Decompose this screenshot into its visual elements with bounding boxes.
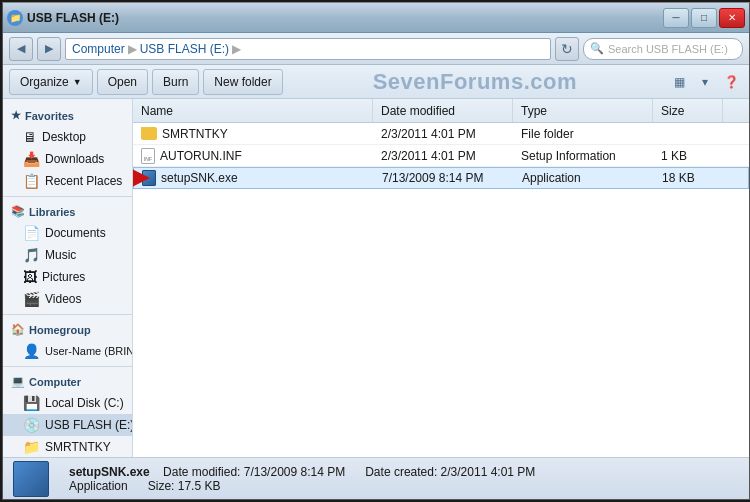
title-bar-controls: ─ □ ✕ [663, 8, 745, 28]
status-date-modified-label: Date modified: [163, 465, 240, 479]
sidebar-header-libraries: 📚 Libraries [3, 201, 132, 222]
col-type-label: Type [521, 104, 547, 118]
breadcrumb-drive[interactable]: USB FLASH (E:) [140, 42, 229, 56]
file-type-setupsnk: Application [514, 171, 654, 185]
sidebar-item-downloads[interactable]: 📥 Downloads [3, 148, 132, 170]
divider-2 [3, 314, 132, 315]
col-date-label: Date modified [381, 104, 455, 118]
col-header-size[interactable]: Size [653, 99, 723, 122]
sidebar-item-pictures[interactable]: 🖼 Pictures [3, 266, 132, 288]
desktop-icon: 🖥 [23, 129, 37, 145]
search-placeholder: Search USB FLASH (E:) [608, 43, 728, 55]
search-icon: 🔍 [590, 42, 604, 55]
file-date-smrtntky: 2/3/2011 4:01 PM [373, 127, 513, 141]
local-disk-label: Local Disk (C:) [45, 396, 124, 410]
status-file-icon [13, 461, 49, 497]
title-bar: 📁 USB FLASH (E:) ─ □ ✕ [3, 3, 749, 33]
address-box[interactable]: Computer ▶ USB FLASH (E:) ▶ [65, 38, 551, 60]
file-type-autorun: Setup Information [513, 149, 653, 163]
sidebar-section-homegroup: 🏠 Homegroup 👤 User-Name (BRINK- [3, 319, 132, 362]
view-dropdown-button[interactable]: ▾ [693, 70, 717, 94]
status-text: setupSNK.exe Date modified: 7/13/2009 8:… [69, 465, 535, 493]
videos-label: Videos [45, 292, 81, 306]
refresh-button[interactable]: ↻ [555, 37, 579, 61]
user-icon: 👤 [23, 343, 40, 359]
file-row-smrtntky[interactable]: SMRTNTKY 2/3/2011 4:01 PM File folder [133, 123, 749, 145]
divider-3 [3, 366, 132, 367]
status-size-label: Size: [148, 479, 175, 493]
column-headers: Name Date modified Type Size [133, 99, 749, 123]
maximize-button[interactable]: □ [691, 8, 717, 28]
open-button[interactable]: Open [97, 69, 148, 95]
local-disk-icon: 💾 [23, 395, 40, 411]
sidebar: ★ Favorites 🖥 Desktop 📥 Downloads 📋 Rece… [3, 99, 133, 457]
sidebar-item-videos[interactable]: 🎬 Videos [3, 288, 132, 310]
status-filename: setupSNK.exe [69, 465, 150, 479]
music-icon: 🎵 [23, 247, 40, 263]
downloads-label: Downloads [45, 152, 104, 166]
sidebar-item-desktop[interactable]: 🖥 Desktop [3, 126, 132, 148]
file-row-setupsnk[interactable]: setupSNK.exe 7/13/2009 8:14 PM Applicati… [133, 167, 749, 189]
window: 📁 USB FLASH (E:) ─ □ ✕ ◀ ▶ Computer ▶ US… [2, 2, 750, 500]
status-date-created-label: Date created: [365, 465, 437, 479]
sidebar-header-computer: 💻 Computer [3, 371, 132, 392]
view-mode-button[interactable]: ▦ [667, 70, 691, 94]
sidebar-item-music[interactable]: 🎵 Music [3, 244, 132, 266]
new-folder-button[interactable]: New folder [203, 69, 282, 95]
breadcrumb-computer[interactable]: Computer [72, 42, 125, 56]
red-arrow-indicator [133, 169, 150, 187]
file-label-smrtntky: SMRTNTKY [162, 127, 228, 141]
col-header-date[interactable]: Date modified [373, 99, 513, 122]
sidebar-item-recent[interactable]: 📋 Recent Places [3, 170, 132, 192]
sidebar-item-username[interactable]: 👤 User-Name (BRINK- [3, 340, 132, 362]
forward-button[interactable]: ▶ [37, 37, 61, 61]
favorites-icon: ★ [11, 109, 21, 122]
search-box[interactable]: 🔍 Search USB FLASH (E:) [583, 38, 743, 60]
sidebar-section-libraries: 📚 Libraries 📄 Documents 🎵 Music 🖼 Pictur… [3, 201, 132, 310]
sidebar-item-documents[interactable]: 📄 Documents [3, 222, 132, 244]
videos-icon: 🎬 [23, 291, 40, 307]
computer-icon: 💻 [11, 375, 25, 388]
minimize-button[interactable]: ─ [663, 8, 689, 28]
pictures-icon: 🖼 [23, 269, 37, 285]
burn-button[interactable]: Burn [152, 69, 199, 95]
window-icon: 📁 [7, 10, 23, 26]
col-header-name[interactable]: Name [133, 99, 373, 122]
organize-button[interactable]: Organize ▼ [9, 69, 93, 95]
file-name-smrtntky: SMRTNTKY [133, 127, 373, 141]
status-type: Application [69, 479, 128, 493]
smrtntky-label: SMRTNTKY [45, 440, 111, 454]
view-icons: ▦ ▾ ❓ [667, 70, 743, 94]
file-row-autorun[interactable]: AUTORUN.INF 2/3/2011 4:01 PM Setup Infor… [133, 145, 749, 167]
recent-label: Recent Places [45, 174, 122, 188]
status-date-created-value: 2/3/2011 4:01 PM [441, 465, 536, 479]
libraries-label: Libraries [29, 206, 75, 218]
close-button[interactable]: ✕ [719, 8, 745, 28]
username-label: User-Name (BRINK- [45, 345, 133, 357]
status-date-modified-value: 7/13/2009 8:14 PM [244, 465, 345, 479]
documents-label: Documents [45, 226, 106, 240]
computer-label: Computer [29, 376, 81, 388]
col-size-label: Size [661, 104, 684, 118]
burn-label: Burn [163, 75, 188, 89]
sidebar-item-usb-flash[interactable]: 💿 USB FLASH (E:) [3, 414, 132, 436]
file-label-setupsnk: setupSNK.exe [161, 171, 238, 185]
homegroup-icon: 🏠 [11, 323, 25, 336]
sidebar-section-favorites: ★ Favorites 🖥 Desktop 📥 Downloads 📋 Rece… [3, 105, 132, 192]
help-button[interactable]: ❓ [719, 70, 743, 94]
file-size-setupsnk: 18 KB [654, 171, 724, 185]
sidebar-header-favorites: ★ Favorites [3, 105, 132, 126]
back-button[interactable]: ◀ [9, 37, 33, 61]
sevenforums-title: SevenForums.com [287, 69, 663, 95]
sidebar-item-smrtntky[interactable]: 📁 SMRTNTKY [3, 436, 132, 457]
col-header-type[interactable]: Type [513, 99, 653, 122]
favorites-label: Favorites [25, 110, 74, 122]
file-label-autorun: AUTORUN.INF [160, 149, 242, 163]
file-name-setupsnk: setupSNK.exe [134, 170, 374, 186]
col-name-label: Name [141, 104, 173, 118]
music-label: Music [45, 248, 76, 262]
file-name-autorun: AUTORUN.INF [133, 148, 373, 164]
downloads-icon: 📥 [23, 151, 40, 167]
sidebar-item-local-disk[interactable]: 💾 Local Disk (C:) [3, 392, 132, 414]
usb-flash-label: USB FLASH (E:) [45, 418, 133, 432]
